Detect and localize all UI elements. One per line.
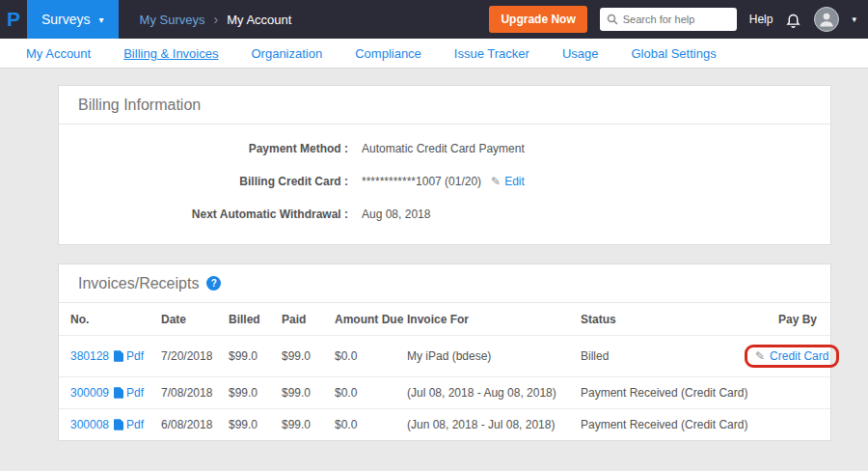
notifications-bell-icon[interactable] — [785, 12, 801, 28]
avatar-chevron-icon[interactable]: ▾ — [852, 14, 856, 24]
col-billed: Billed — [221, 303, 274, 336]
col-pay-by: Pay By — [737, 303, 830, 336]
edit-link-label[interactable]: Edit — [504, 175, 525, 188]
billing-credit-card-label: Billing Credit Card : — [59, 175, 348, 188]
invoice-for: (Jul 08, 2018 - Aug 08, 2018) — [399, 377, 573, 409]
edit-icon: ✎ — [491, 175, 501, 188]
invoices-header-row: No. Date Billed Paid Amount Due Invoice … — [59, 303, 830, 336]
tab-global-settings[interactable]: Global Settings — [614, 46, 732, 61]
table-row: 380128 Pdf 7/20/2018 $99.0 $99.0 $0.0 My… — [59, 336, 830, 377]
invoice-billed: $99.0 — [221, 336, 274, 377]
invoice-number-link[interactable]: 300008 — [70, 418, 109, 431]
pdf-file-icon — [114, 387, 123, 399]
invoice-billed: $99.0 — [221, 377, 274, 409]
surveys-dropdown-label: Surveys — [41, 12, 91, 27]
tab-compliance[interactable]: Compliance — [339, 46, 438, 61]
billing-credit-card-row: Billing Credit Card : ************1007 (… — [59, 165, 830, 198]
billing-information-title: Billing Information — [78, 97, 201, 114]
invoice-amount-due: $0.0 — [327, 409, 399, 441]
breadcrumb-current: My Account — [227, 13, 291, 27]
pdf-file-icon — [114, 350, 123, 362]
help-search-box[interactable] — [600, 8, 737, 31]
tab-usage[interactable]: Usage — [546, 46, 615, 61]
avatar[interactable] — [814, 7, 839, 32]
invoice-status: Billed — [573, 336, 737, 377]
col-status: Status — [573, 303, 737, 336]
billing-information-header: Billing Information — [59, 86, 830, 125]
upgrade-now-button[interactable]: Upgrade Now — [489, 6, 586, 33]
account-nav: My Account Billing & Invoices Organizati… — [0, 39, 868, 69]
edit-icon: ✎ — [755, 349, 765, 363]
billing-information-body: Payment Method : Automatic Credit Card P… — [59, 125, 830, 244]
person-icon — [817, 10, 836, 29]
edit-credit-card-link[interactable]: ✎ Edit — [491, 175, 525, 188]
help-icon[interactable]: ? — [206, 276, 221, 291]
next-withdrawal-label: Next Automatic Withdrawal : — [59, 208, 348, 221]
breadcrumb-my-surveys[interactable]: My Surveys — [140, 13, 205, 27]
pdf-link[interactable]: Pdf — [114, 386, 144, 400]
surveys-dropdown[interactable]: Surveys ▾ — [27, 0, 119, 39]
col-amount-due: Amount Due — [327, 303, 399, 336]
invoice-amount-due: $0.0 — [327, 377, 399, 409]
main-content: Billing Information Payment Method : Aut… — [0, 69, 868, 441]
col-no: No. — [59, 303, 153, 336]
tab-billing-invoices[interactable]: Billing & Invoices — [107, 46, 234, 61]
chevron-down-icon: ▾ — [99, 14, 104, 25]
tab-organization[interactable]: Organization — [234, 46, 339, 61]
invoice-for: My iPad (bdese) — [399, 336, 573, 377]
invoice-status: Payment Received (Credit Card) — [573, 377, 737, 409]
invoices-receipts-card: Invoices/Receipts ? No. Date Billed Paid… — [58, 263, 831, 441]
invoices-receipts-title: Invoices/Receipts — [78, 275, 199, 292]
questionpro-logo[interactable]: P — [0, 8, 27, 31]
invoice-date: 7/08/2018 — [153, 377, 221, 409]
invoice-number-link[interactable]: 300009 — [70, 386, 109, 400]
payment-method-row: Payment Method : Automatic Credit Card P… — [59, 132, 830, 165]
invoices-receipts-header: Invoices/Receipts ? — [59, 264, 830, 303]
table-row: 300009 Pdf 7/08/2018 $99.0 $99.0 $0.0 (J… — [59, 377, 830, 409]
invoice-number-link[interactable]: 380128 — [70, 349, 109, 363]
breadcrumb: My Surveys › My Account — [140, 12, 292, 27]
pdf-link[interactable]: Pdf — [114, 418, 144, 431]
pay-by-credit-card-link[interactable]: Credit Card — [770, 349, 828, 363]
billing-information-card: Billing Information Payment Method : Aut… — [58, 85, 831, 245]
col-date: Date — [153, 303, 221, 336]
pdf-link[interactable]: Pdf — [114, 349, 144, 363]
invoice-paid: $99.0 — [274, 377, 327, 409]
topbar-right: Upgrade Now Help ▾ — [489, 6, 868, 33]
tab-my-account[interactable]: My Account — [10, 46, 107, 61]
invoice-pay-by — [737, 377, 830, 409]
invoice-paid: $99.0 — [274, 409, 327, 441]
col-invoice-for: Invoice For — [399, 303, 573, 336]
invoice-paid: $99.0 — [274, 336, 327, 377]
invoice-date: 6/08/2018 — [153, 409, 221, 441]
invoice-status: Payment Received (Credit Card) — [573, 409, 737, 441]
search-input[interactable] — [623, 14, 730, 25]
payment-method-value: Automatic Credit Card Payment — [362, 142, 525, 155]
invoice-pay-by — [737, 409, 830, 441]
topbar: P Surveys ▾ My Surveys › My Account Upgr… — [0, 0, 868, 39]
tab-issue-tracker[interactable]: Issue Tracker — [438, 46, 546, 61]
invoices-table: No. Date Billed Paid Amount Due Invoice … — [59, 303, 830, 440]
chevron-right-icon: › — [214, 12, 219, 27]
invoice-for: (Jun 08, 2018 - Jul 08, 2018) — [399, 409, 573, 441]
table-row: 300008 Pdf 6/08/2018 $99.0 $99.0 $0.0 (J… — [59, 409, 830, 441]
next-withdrawal-row: Next Automatic Withdrawal : Aug 08, 2018 — [59, 198, 830, 231]
payment-method-label: Payment Method : — [59, 142, 348, 155]
billing-credit-card-value: ************1007 (01/20) — [362, 175, 481, 188]
search-icon — [607, 14, 618, 25]
credit-card-highlight-annotation: ✎ Credit Card — [745, 345, 839, 368]
next-withdrawal-value: Aug 08, 2018 — [362, 208, 430, 221]
invoice-billed: $99.0 — [221, 409, 274, 441]
pdf-file-icon — [114, 419, 123, 430]
col-paid: Paid — [274, 303, 327, 336]
help-link[interactable]: Help — [749, 13, 773, 26]
invoice-amount-due: $0.0 — [327, 336, 399, 377]
invoice-date: 7/20/2018 — [153, 336, 221, 377]
